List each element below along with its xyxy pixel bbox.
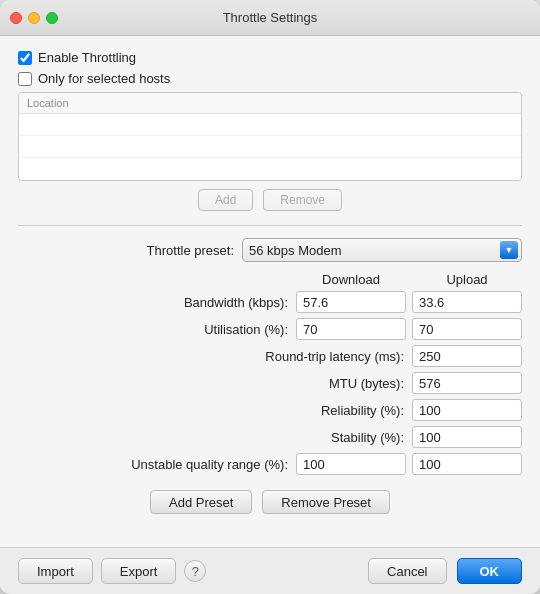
unstable-label: Unstable quality range (%): [18,457,296,472]
add-preset-button[interactable]: Add Preset [150,490,252,514]
remove-button[interactable]: Remove [263,189,342,211]
utilisation-label: Utilisation (%): [18,322,296,337]
only-selected-hosts-label: Only for selected hosts [38,71,170,86]
preset-row: Throttle preset: 56 kbps Modem 256 kbps … [18,238,522,262]
minimize-button[interactable] [28,12,40,24]
window-title: Throttle Settings [223,10,318,25]
latency-row: Round-trip latency (ms): [18,345,522,367]
enable-throttling-row: Enable Throttling [18,50,522,65]
divider [18,225,522,226]
mtu-inputs [412,372,522,394]
bottom-bar: Import Export ? Cancel OK [0,547,540,594]
cancel-button[interactable]: Cancel [368,558,446,584]
utilisation-download-input[interactable] [296,318,406,340]
add-remove-row: Add Remove [18,189,522,211]
titlebar: Throttle Settings [0,0,540,36]
preset-label: Throttle preset: [147,243,234,258]
enable-throttling-checkbox[interactable] [18,51,32,65]
bandwidth-inputs [296,291,522,313]
latency-input[interactable] [412,345,522,367]
mtu-label: MTU (bytes): [18,376,412,391]
settings-table: Bandwidth (kbps): Utilisation (%): Round… [18,291,522,480]
close-button[interactable] [10,12,22,24]
reliability-row: Reliability (%): [18,399,522,421]
column-headers: Download Upload [18,272,522,287]
unstable-upload-input[interactable] [412,453,522,475]
location-rows [19,114,521,180]
list-item[interactable] [19,136,521,158]
reliability-input[interactable] [412,399,522,421]
location-panel: Location [18,92,522,181]
add-button[interactable]: Add [198,189,253,211]
stability-label: Stability (%): [18,430,412,445]
bandwidth-upload-input[interactable] [412,291,522,313]
reliability-label: Reliability (%): [18,403,412,418]
list-item[interactable] [19,114,521,136]
utilisation-upload-input[interactable] [412,318,522,340]
bottom-left-buttons: Import Export ? [18,558,206,584]
location-header: Location [19,93,521,114]
unstable-inputs [296,453,522,475]
latency-label: Round-trip latency (ms): [18,349,412,364]
utilisation-row: Utilisation (%): [18,318,522,340]
upload-col-header: Upload [412,272,522,287]
stability-row: Stability (%): [18,426,522,448]
enable-throttling-label: Enable Throttling [38,50,136,65]
ok-button[interactable]: OK [457,558,523,584]
preset-select[interactable]: 56 kbps Modem 256 kbps ISDN/DSL 1.5 Mbps… [242,238,522,262]
stability-inputs [412,426,522,448]
utilisation-inputs [296,318,522,340]
preset-select-wrapper: 56 kbps Modem 256 kbps ISDN/DSL 1.5 Mbps… [242,238,522,262]
stability-input[interactable] [412,426,522,448]
content-area: Enable Throttling Only for selected host… [0,36,540,547]
help-button[interactable]: ? [184,560,206,582]
list-item[interactable] [19,158,521,180]
preset-buttons-row: Add Preset Remove Preset [18,490,522,514]
bandwidth-label: Bandwidth (kbps): [18,295,296,310]
bandwidth-row: Bandwidth (kbps): [18,291,522,313]
traffic-lights [10,12,58,24]
mtu-input[interactable] [412,372,522,394]
unstable-download-input[interactable] [296,453,406,475]
export-button[interactable]: Export [101,558,177,584]
maximize-button[interactable] [46,12,58,24]
remove-preset-button[interactable]: Remove Preset [262,490,390,514]
latency-inputs [412,345,522,367]
reliability-inputs [412,399,522,421]
only-selected-hosts-checkbox[interactable] [18,72,32,86]
only-selected-hosts-row: Only for selected hosts [18,71,522,86]
window: Throttle Settings Enable Throttling Only… [0,0,540,594]
import-button[interactable]: Import [18,558,93,584]
bandwidth-download-input[interactable] [296,291,406,313]
bottom-right-buttons: Cancel OK [368,558,522,584]
download-col-header: Download [296,272,406,287]
mtu-row: MTU (bytes): [18,372,522,394]
unstable-row: Unstable quality range (%): [18,453,522,475]
